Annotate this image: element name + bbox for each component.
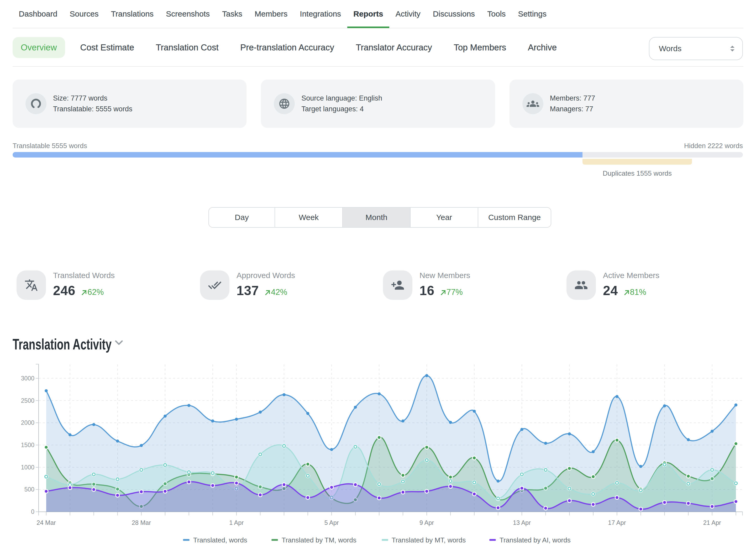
- svg-text:0: 0: [31, 508, 34, 515]
- svg-text:Translated, words: Translated, words: [193, 536, 247, 544]
- svg-text:5 Apr: 5 Apr: [324, 519, 339, 526]
- svg-text:21 Apr: 21 Apr: [703, 519, 721, 526]
- svg-text:Translated by MT, words: Translated by MT, words: [392, 536, 466, 544]
- svg-text:24 Mar: 24 Mar: [36, 519, 56, 526]
- svg-text:28 Mar: 28 Mar: [132, 519, 151, 526]
- svg-text:2500: 2500: [21, 397, 34, 404]
- svg-text:9 Apr: 9 Apr: [419, 519, 434, 526]
- svg-text:17 Apr: 17 Apr: [608, 519, 626, 526]
- svg-text:500: 500: [24, 486, 34, 493]
- svg-text:2000: 2000: [21, 419, 34, 426]
- svg-text:3000: 3000: [21, 375, 34, 382]
- svg-text:1500: 1500: [21, 442, 34, 448]
- svg-text:1 Apr: 1 Apr: [229, 519, 244, 526]
- svg-text:1000: 1000: [21, 464, 34, 471]
- svg-text:Translated by AI, words: Translated by AI, words: [500, 536, 571, 544]
- svg-text:Translated by TM, words: Translated by TM, words: [282, 536, 356, 544]
- svg-text:13 Apr: 13 Apr: [513, 519, 531, 526]
